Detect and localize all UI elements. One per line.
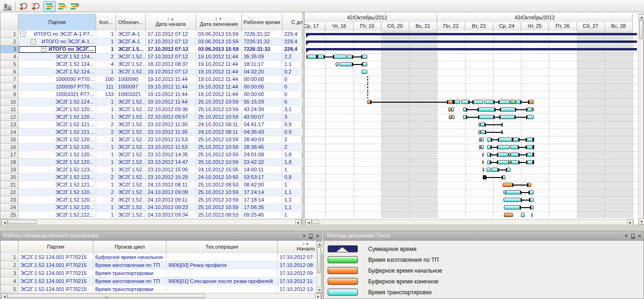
transport-bar[interactable] [452, 115, 454, 119]
table-row[interactable]: 5ЭС2Г.1.52.124...4ЭС2Г.1.52...18.10.2012… [0, 61, 303, 68]
scroll-right-button[interactable] [315, 293, 321, 299]
scroll-thumb[interactable] [312, 220, 319, 224]
works-row[interactable]: 5ЭС2Г.1.52.124.001 Р770215Время транспор… [0, 285, 316, 293]
gantt-bars-icon-button[interactable] [43, 1, 56, 12]
works-column-header-num[interactable] [0, 241, 18, 253]
table-row[interactable]: 23ЭС2Г.1.52.120...2ЭС2Г.1.52...24.10.201… [0, 196, 303, 204]
column-header-desig[interactable]: Обознач... [116, 14, 146, 31]
column-header-qty[interactable]: Кол... [96, 14, 116, 31]
gantt-week-cell[interactable]: 42/Октябрь/2012 [305, 14, 437, 22]
works-column-header-cycle[interactable]: Произв.цикл [93, 241, 166, 253]
transport-bar[interactable] [463, 107, 467, 112]
transport-bar[interactable] [463, 115, 467, 119]
table-row[interactable]: 910003321 Р77...1331000332119.10.2012 11… [0, 91, 303, 98]
gantt-day-cell[interactable]: Пт, 26 [549, 22, 577, 31]
transport-bar[interactable] [521, 213, 525, 217]
collapse-icon[interactable]: − [20, 32, 25, 37]
table-row[interactable]: 19ЭС2Г.1.52.123...1ЭС2Г.1.52...23.10.201… [0, 166, 303, 174]
transport-bar[interactable] [487, 137, 491, 142]
table-row[interactable]: 4ЭС2Г.1.52.124...2ЭС2Г.1.52...17.10.2012… [0, 53, 303, 61]
transport-bar[interactable] [531, 205, 534, 210]
transport-bar[interactable] [527, 145, 533, 149]
table-row[interactable]: 12ЭС2Г.1.52.120...1ЭС2Г.1.52...22.10.201… [0, 113, 303, 121]
buffer-bar[interactable] [504, 213, 513, 217]
manufacture-bar[interactable] [510, 100, 516, 104]
horizontal-splitter[interactable] [0, 225, 644, 231]
gantt-day-cell[interactable]: Вт, 23 [465, 22, 493, 31]
transport-bar[interactable] [362, 55, 367, 59]
summary-bar[interactable] [306, 33, 637, 35]
buffer-bar[interactable] [367, 100, 371, 104]
table-row[interactable]: 15ЭС2Г.1.52.120...1ЭС2Г.1.52...23.10.201… [0, 136, 303, 144]
table-row[interactable]: 13ЭС2Г.1.52.121...2ЭС2Г.1.52...23.10.201… [0, 121, 303, 129]
gantt-day-cell[interactable]: Ср, 24 [493, 22, 521, 31]
transport-bar[interactable] [461, 100, 469, 104]
transport-bar[interactable] [487, 160, 490, 164]
buffer-bar[interactable] [528, 183, 531, 187]
table-row[interactable]: 1−ИТОГО по ЭС2Г.А-1 Р7...1ЭС2Г.А-117.10.… [0, 31, 303, 38]
works-vscrollbar[interactable] [316, 241, 322, 293]
transport-bar[interactable] [530, 198, 534, 202]
table-row[interactable]: 16ЭС2Г.1.52.120...1ЭС2Г.1.52...23.10.201… [0, 144, 303, 151]
transport-bar[interactable] [473, 100, 483, 104]
zoom-in-icon-button[interactable]: + [17, 1, 29, 12]
works-panel-pin-icon[interactable] [309, 234, 313, 239]
scroll-down-button[interactable] [316, 287, 322, 293]
scroll-left-button[interactable] [1, 293, 8, 299]
works-column-header-oper[interactable]: Тех.операция [166, 241, 278, 253]
table-row[interactable]: 17ЭС2Г.1.52.120...1ЭС2Г.1.52...23.10.201… [0, 151, 303, 159]
transport-bar[interactable] [498, 145, 510, 149]
transport-bar[interactable] [307, 55, 316, 59]
collapse-icon[interactable]: − [31, 39, 36, 44]
gantt-bars-shift-icon-button[interactable]: → [56, 1, 68, 12]
gantt-week-cell[interactable]: 43/Октябрь/2012 [437, 14, 633, 22]
table-row[interactable]: 22ЭС2Г.1.52.120...2ЭС2Г.1.52...24.10.201… [0, 189, 303, 196]
table-row[interactable]: 18ЭС2Г.1.52.120...1ЭС2Г.1.52...23.10.201… [0, 159, 303, 166]
scroll-thumb[interactable] [639, 20, 643, 39]
transport-bar[interactable] [481, 130, 485, 134]
gantt-day-cell[interactable]: Вс, 21 [409, 22, 437, 31]
transport-bar[interactable] [527, 107, 532, 112]
gantt-vscrollbar[interactable] [638, 14, 644, 225]
table-row[interactable]: 10ЭС2Г.1.52.124...1ЭС2Г.1.52...19.10.201… [0, 98, 303, 106]
column-header-num[interactable] [0, 14, 18, 31]
transport-bar[interactable] [513, 137, 519, 142]
transport-bar[interactable] [487, 168, 491, 172]
transport-bar[interactable] [498, 160, 509, 164]
transport-bar[interactable] [334, 55, 347, 59]
table-row[interactable]: 24ЭС2Г.1.52.120...1ЭС2Г.1.52...24.10.201… [0, 204, 303, 211]
transport-bar[interactable] [516, 100, 520, 104]
table-row[interactable]: 2−ИТОГО по ЭС2Г.А-1...1ЭС2Г.А-117.10.201… [0, 38, 303, 46]
schedule-table-hscrollbar[interactable] [1, 219, 302, 225]
buffer-bar[interactable] [448, 107, 451, 112]
legend-panel-menu-icon[interactable]: ▼ [624, 234, 628, 238]
transport-bar[interactable] [529, 190, 534, 194]
transport-bar[interactable] [507, 168, 511, 172]
solid-bar[interactable] [533, 153, 534, 157]
buffer-bar[interactable] [448, 100, 453, 104]
transport-bar[interactable] [479, 107, 495, 112]
works-column-header-party[interactable]: Партия [18, 241, 93, 253]
transport-bar[interactable] [480, 122, 485, 127]
zoom-out-icon-button[interactable]: ~ [29, 1, 41, 12]
table-row[interactable]: 6ЭС2Г.1.52.124...1ЭС2Г.1.52...19.10.2012… [0, 68, 303, 76]
buffer-bar[interactable] [479, 130, 481, 134]
transport-bar[interactable] [487, 145, 491, 149]
manufacture-bar[interactable] [509, 160, 511, 164]
transport-bar[interactable] [481, 137, 484, 142]
buffer-bar[interactable] [529, 100, 534, 104]
transport-bar[interactable] [491, 168, 498, 172]
gantt-day-cell[interactable]: Чт, 18 [325, 22, 353, 31]
works-row[interactable]: 4ЭС2Г.1.52.124.001 Р770215Время изготовл… [0, 277, 316, 285]
scroll-down-button[interactable] [638, 218, 644, 225]
transport-bar[interactable] [481, 145, 484, 149]
table-row[interactable]: 3−ИТОГО по ЭС2Г....1ЭС2Г.1.5...17.10.201… [0, 46, 303, 53]
transport-bar[interactable] [527, 137, 533, 142]
transport-bar[interactable] [499, 100, 511, 104]
transport-bar[interactable] [479, 115, 494, 119]
resource-icon-button[interactable] [1, 1, 14, 12]
works-row[interactable]: 2ЭС2Г.1.52.124.001 Р770215Время изготовл… [0, 261, 316, 269]
transport-bar[interactable] [511, 160, 519, 164]
gantt-hscrollbar[interactable] [305, 219, 634, 225]
works-panel-close-icon[interactable]: ✕ [315, 234, 320, 238]
